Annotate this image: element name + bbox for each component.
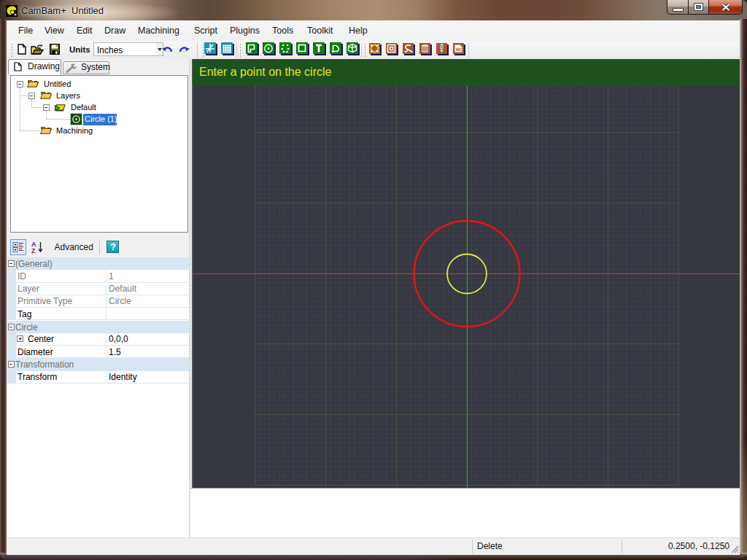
svg-text:Z: Z	[31, 247, 36, 254]
svg-text:MC: MC	[456, 47, 463, 52]
